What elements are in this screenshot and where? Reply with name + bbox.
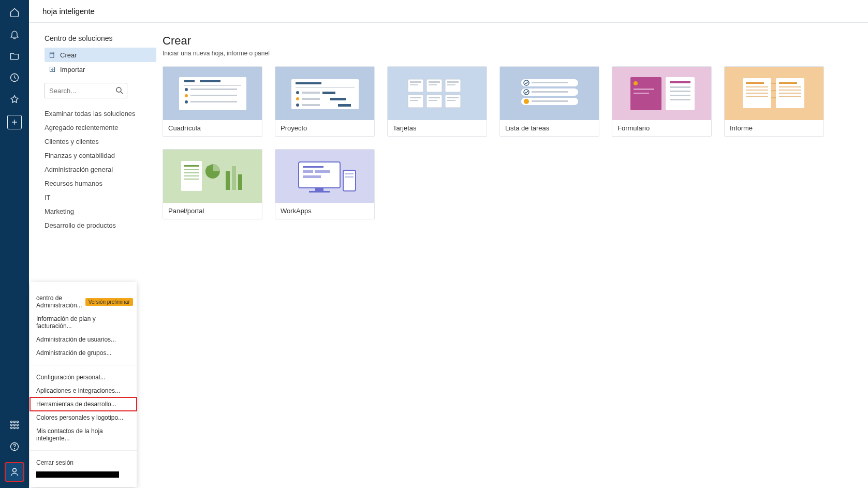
add-button[interactable]: [7, 115, 22, 129]
svg-rect-33: [302, 98, 320, 100]
user-email-redacted: [36, 471, 119, 478]
svg-rect-41: [408, 95, 423, 108]
svg-rect-39: [426, 79, 442, 92]
nav-rail: [0, 0, 29, 488]
svg-rect-58: [532, 82, 568, 83]
separator: [30, 450, 137, 451]
svg-rect-77: [746, 86, 768, 87]
popup-group-admin[interactable]: Administración de grupos...: [30, 346, 137, 360]
svg-rect-78: [746, 90, 768, 91]
svg-rect-70: [670, 81, 690, 83]
popup-plan-billing[interactable]: Información de plan y facturación...: [30, 312, 137, 333]
card-form[interactable]: Formulario: [612, 66, 712, 137]
card-thumb: [275, 150, 374, 203]
card-label: Panel/portal: [163, 203, 262, 219]
category-item[interactable]: Finanzas y contabilidad: [45, 152, 156, 159]
svg-rect-89: [184, 169, 199, 170]
card-dashboard[interactable]: Panel/portal: [163, 149, 262, 219]
side-item-import[interactable]: Importar: [45, 62, 156, 77]
card-cards[interactable]: Tarjetas: [387, 66, 487, 137]
side-item-label: Crear: [60, 51, 77, 59]
card-workapps[interactable]: WorkApps: [275, 149, 375, 219]
svg-point-1: [11, 421, 12, 423]
svg-rect-42: [426, 95, 442, 108]
category-item[interactable]: Administración general: [45, 166, 156, 173]
popup-item-label: Información de plan y facturación...: [36, 315, 130, 330]
clock-icon[interactable]: [8, 71, 21, 84]
popup-contacts[interactable]: Mis contactos de la hoja inteligente...: [30, 424, 137, 445]
popup-user-admin[interactable]: Administración de usuarios...: [30, 333, 137, 346]
svg-point-20: [185, 88, 188, 91]
bell-icon[interactable]: [8, 28, 21, 40]
svg-point-4: [11, 424, 12, 425]
svg-rect-93: [226, 171, 230, 190]
svg-rect-44: [410, 81, 421, 83]
category-item[interactable]: Agregado recientemente: [45, 124, 156, 131]
apps-icon[interactable]: [8, 419, 21, 431]
category-item[interactable]: Recursos humanos: [45, 180, 156, 187]
svg-rect-102: [303, 175, 321, 178]
separator: [30, 365, 137, 365]
svg-rect-71: [670, 86, 690, 88]
svg-rect-61: [532, 91, 568, 93]
category-item[interactable]: Examinar todas las soluciones: [45, 110, 156, 117]
popup-personal-config[interactable]: Configuración personal...: [30, 371, 137, 384]
svg-point-2: [13, 421, 15, 423]
popup-item-label: centro de Administración...: [36, 294, 82, 309]
svg-rect-101: [315, 170, 330, 173]
card-report[interactable]: Informe: [724, 66, 824, 137]
page-title: Crear: [163, 34, 852, 48]
card-grid[interactable]: Cuadrícula: [163, 66, 262, 137]
svg-rect-80: [746, 96, 768, 97]
work-area: Crear Iniciar una nueva hoja, informe o …: [163, 23, 868, 488]
svg-rect-23: [190, 95, 237, 96]
svg-point-6: [17, 424, 18, 425]
home-icon[interactable]: [8, 6, 21, 19]
popup-item-label: Mis contactos de la hoja inteligente...: [36, 427, 130, 442]
popup-colors-logo[interactable]: Colores personales y logotipo...: [30, 411, 137, 424]
card-project[interactable]: Proyecto: [275, 66, 375, 137]
svg-point-15: [116, 87, 121, 92]
svg-rect-52: [429, 97, 440, 98]
svg-point-63: [524, 99, 529, 104]
svg-rect-86: [779, 96, 801, 97]
popup-dev-tools[interactable]: Herramientas de desarrollo...: [30, 397, 137, 411]
svg-rect-46: [429, 81, 440, 83]
svg-rect-25: [190, 101, 237, 102]
popup-item-label: Aplicaciones e integraciones...: [36, 387, 120, 394]
popup-item-label: Cerrar sesión: [36, 459, 73, 466]
card-tasklist[interactable]: Lista de tareas: [499, 66, 599, 137]
svg-rect-104: [345, 173, 354, 174]
card-label: Proyecto: [275, 120, 374, 136]
popup-item-label: Herramientas de desarrollo...: [36, 401, 116, 408]
popup-item-label: Configuración personal...: [36, 374, 105, 381]
svg-point-5: [13, 424, 15, 425]
side-item-create[interactable]: Crear: [45, 48, 156, 62]
category-item[interactable]: Clientes y clientes: [45, 138, 156, 145]
star-icon[interactable]: [8, 93, 21, 106]
import-icon: [49, 66, 56, 73]
category-item[interactable]: Desarrollo de productos: [45, 221, 156, 229]
popup-apps-integrations[interactable]: Aplicaciones e integraciones...: [30, 384, 137, 397]
help-icon[interactable]: [8, 440, 21, 453]
svg-rect-83: [779, 86, 801, 87]
category-item[interactable]: IT: [45, 194, 156, 201]
category-item[interactable]: Marketing: [45, 208, 156, 215]
svg-rect-27: [296, 82, 321, 84]
svg-rect-92: [184, 179, 199, 180]
user-menu-button[interactable]: [5, 462, 24, 482]
svg-point-35: [296, 103, 299, 107]
card-thumb: [500, 67, 599, 120]
side-item-label: Importar: [60, 66, 85, 73]
svg-point-7: [11, 427, 12, 428]
card-label: Formulario: [612, 120, 711, 136]
folder-icon[interactable]: [8, 50, 21, 62]
popup-signout[interactable]: Cerrar sesión: [30, 456, 137, 469]
card-thumb: [275, 67, 374, 120]
popup-admin-center[interactable]: centro de Administración... Versión prel…: [30, 291, 137, 312]
svg-rect-74: [670, 99, 690, 100]
search-icon[interactable]: [115, 86, 124, 95]
svg-rect-64: [532, 100, 568, 102]
svg-point-11: [14, 449, 15, 449]
svg-rect-88: [184, 165, 199, 167]
